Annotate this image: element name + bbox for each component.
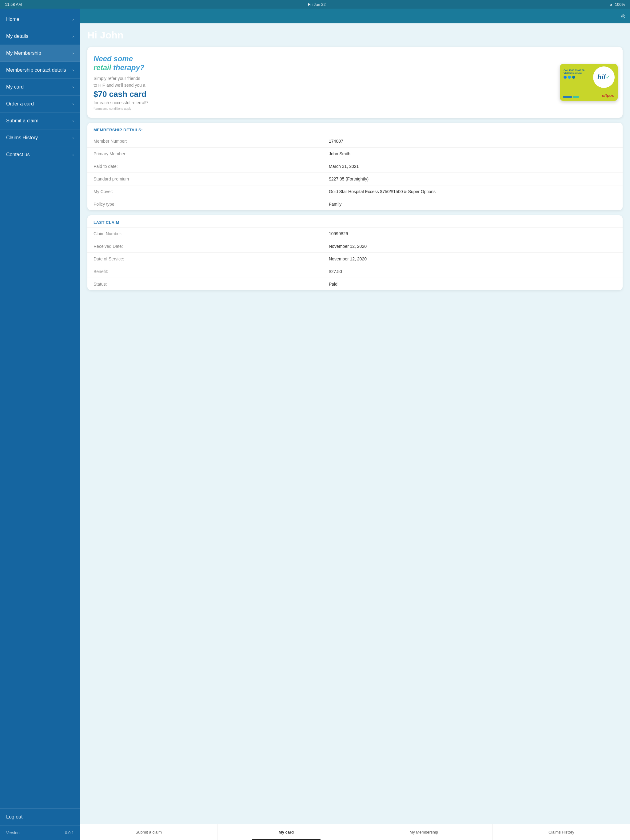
hif-logo-tick: ✓ [606,74,610,81]
table-row: Claim Number:10999826 [87,227,623,240]
promo-headline-retail: retail [93,63,111,72]
promo-image: hif ✓ Call 1300 13 40 60 Visit hif.com.a… [555,47,623,118]
sidebar-item-label: Membership contact details [6,67,66,73]
promo-sub: for each successful referral!* [93,100,549,105]
table-row: Policy type:Family [87,198,623,210]
sidebar-item-label: Home [6,17,19,22]
sidebar-logout[interactable]: Log out [0,808,80,825]
main-scroll: Hi John Need some retail therapy? Simply… [80,24,630,840]
sidebar-item-label: Claims History [6,135,38,141]
row-value: Paid [329,282,616,287]
sidebar-item-my-details[interactable]: My details› [0,28,80,45]
last-claim-header: LAST CLAIM [87,215,623,227]
row-value: Family [329,202,616,207]
table-row: Status:Paid [87,278,623,290]
row-label: Benefit: [93,269,329,274]
membership-rows: Member Number:174007Primary Member:John … [87,135,623,210]
sidebar-version: Version: 0.0.1 [0,825,80,840]
main-content: ⎋ Hi John Need some retail therapy? Simp… [80,9,630,840]
sidebar-item-label: Contact us [6,152,30,158]
table-row: Primary Member:John Smith [87,147,623,160]
table-row: Member Number:174007 [87,135,623,147]
table-row: My Cover:Gold Star Hospital Excess $750/… [87,185,623,198]
row-value: 174007 [329,139,616,144]
twitter-dot [568,76,571,79]
stripe2 [573,96,579,98]
membership-header: MEMBERSHIP DETAILS: [87,123,623,135]
promo-headline: Need some retail therapy? [93,54,549,72]
chevron-right-icon: › [72,101,74,106]
row-label: Claim Number: [93,231,329,236]
sidebar-item-submit-claim[interactable]: Submit a claim› [0,112,80,129]
promo-body2: to HIF and we'll send you a [93,83,549,88]
chevron-right-icon: › [72,68,74,73]
hif-logo-text: hif [597,73,606,81]
sidebar-item-contact-us[interactable]: Contact us› [0,146,80,163]
table-row: Paid to date:March 31, 2021 [87,160,623,172]
sidebar-item-label: Submit a claim [6,118,38,123]
row-label: Status: [93,282,329,287]
sidebar-item-membership-contact[interactable]: Membership contact details› [0,62,80,79]
sidebar-item-claims-history[interactable]: Claims History› [0,129,80,146]
logout-icon[interactable]: ⎋ [621,13,625,20]
last-claim-card: LAST CLAIM Claim Number:10999826Received… [87,215,623,290]
row-value: November 12, 2020 [329,256,616,261]
chevron-right-icon: › [72,85,74,90]
row-label: Primary Member: [93,151,329,156]
linkedin-dot [572,76,575,79]
promo-headline3: therapy? [111,63,144,72]
row-label: Received Date: [93,244,329,249]
tab-my-membership[interactable]: My Membership [355,824,493,840]
sidebar-item-home[interactable]: Home› [0,11,80,28]
row-value: March 31, 2021 [329,164,616,169]
status-time: 11:58 AM [5,2,22,7]
row-label: Policy type: [93,202,329,207]
sidebar-item-label: My Membership [6,51,41,56]
chevron-right-icon: › [72,118,74,123]
sidebar-item-my-membership[interactable]: My Membership› [0,45,80,62]
row-label: Paid to date: [93,164,329,169]
table-row: Date of Service:November 12, 2020 [87,253,623,265]
tab-claims-history[interactable]: Claims History [493,824,630,840]
row-label: Standard premium [93,177,329,182]
tab-my-card[interactable]: My card [217,824,355,840]
greeting: Hi John [87,30,623,41]
row-value: November 12, 2020 [329,244,616,249]
row-label: Member Number: [93,139,329,144]
row-value: 10999826 [329,231,616,236]
sidebar-item-label: My details [6,33,28,39]
table-row: Received Date:November 12, 2020 [87,240,623,253]
stripe1 [563,96,572,98]
membership-card: MEMBERSHIP DETAILS: Member Number:174007… [87,123,623,210]
sidebar: Home›My details›My Membership›Membership… [0,9,80,840]
status-bar: 11:58 AM Fri Jan 22 ▲ 100% [0,0,630,9]
chevron-right-icon: › [72,51,74,56]
version-number: 0.0.1 [65,831,74,835]
facebook-dot [564,76,567,79]
row-value: $27.50 [329,269,616,274]
table-row: Benefit:$27.50 [87,265,623,278]
chevron-right-icon: › [72,34,74,39]
promo-body1: Simply refer your friends [93,76,549,81]
claim-rows: Claim Number:10999826Received Date:Novem… [87,227,623,290]
tab-submit-claim[interactable]: Submit a claim [80,824,217,840]
row-value: $227.95 (Fortnightly) [329,177,616,182]
promo-card: Need some retail therapy? Simply refer y… [87,47,623,118]
hif-logo-circle: hif ✓ [593,66,615,88]
chevron-right-icon: › [72,135,74,140]
wifi-icon: ▲ [609,2,613,6]
table-row: Standard premium$227.95 (Fortnightly) [87,172,623,185]
promo-amount: $70 cash card [93,90,549,99]
sidebar-item-label: My card [6,84,24,90]
bottom-tabbar: Submit a claimMy cardMy MembershipClaims… [80,824,630,840]
version-label: Version: [6,831,21,835]
sidebar-item-my-card[interactable]: My card› [0,79,80,96]
row-value: Gold Star Hospital Excess $750/$1500 & S… [329,189,616,194]
sidebar-item-order-card[interactable]: Order a card› [0,96,80,112]
main-topbar: ⎋ [80,9,630,24]
status-date: Fri Jan 22 [308,2,326,7]
promo-text: Need some retail therapy? Simply refer y… [87,47,555,118]
row-value: John Smith [329,151,616,156]
promo-terms: *terms and conditions apply [93,107,549,111]
hif-card-stripes [563,96,579,98]
